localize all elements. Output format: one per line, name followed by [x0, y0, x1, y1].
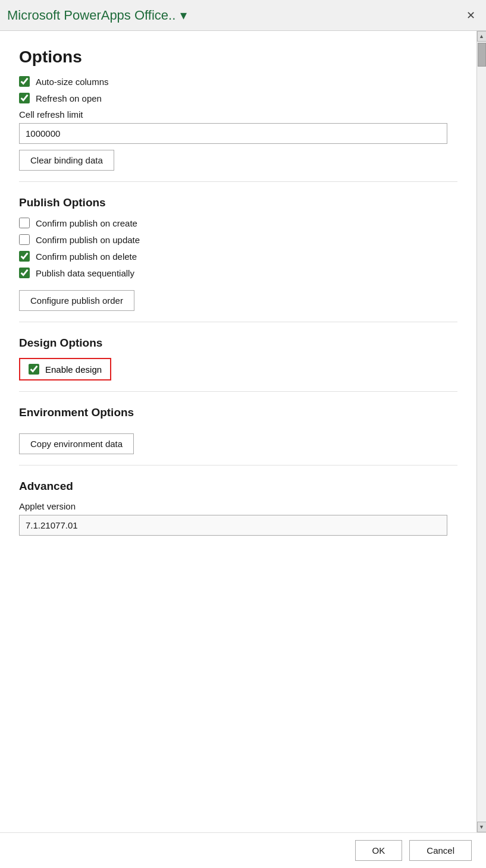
auto-size-columns-label[interactable]: Auto-size columns	[36, 77, 109, 87]
app-title: Microsoft PowerApps Office..	[7, 8, 175, 23]
confirm-on-create-label[interactable]: Confirm publish on create	[36, 218, 137, 228]
applet-version-input[interactable]	[19, 515, 447, 536]
publish-options-title: Publish Options	[19, 196, 457, 209]
confirm-on-create-row: Confirm publish on create	[19, 218, 457, 228]
publish-sequentially-row: Publish data sequentially	[19, 268, 457, 278]
confirm-on-create-checkbox[interactable]	[19, 218, 30, 228]
enable-design-checkbox[interactable]	[29, 364, 39, 375]
confirm-on-update-label[interactable]: Confirm publish on update	[36, 235, 140, 245]
cell-refresh-limit-input[interactable]	[19, 123, 447, 144]
title-bar: Microsoft PowerApps Office.. ▾ ✕	[0, 0, 486, 31]
enable-design-label[interactable]: Enable design	[45, 364, 102, 375]
applet-version-label: Applet version	[19, 501, 457, 511]
scroll-thumb[interactable]	[478, 43, 486, 67]
divider-1	[19, 181, 457, 182]
page-title: Options	[19, 48, 457, 67]
scroll-down-arrow[interactable]: ▼	[477, 822, 487, 832]
auto-size-columns-checkbox[interactable]	[19, 76, 30, 87]
refresh-on-open-checkbox[interactable]	[19, 93, 30, 103]
clear-binding-data-button[interactable]: Clear binding data	[19, 150, 114, 171]
publish-sequentially-label[interactable]: Publish data sequentially	[36, 268, 134, 278]
design-options-title: Design Options	[19, 336, 457, 350]
publish-sequentially-checkbox[interactable]	[19, 268, 30, 278]
confirm-on-update-row: Confirm publish on update	[19, 234, 457, 245]
refresh-on-open-row: Refresh on open	[19, 93, 457, 103]
scroll-up-arrow[interactable]: ▲	[477, 31, 487, 42]
cell-refresh-limit-label: Cell refresh limit	[19, 109, 457, 119]
refresh-on-open-label[interactable]: Refresh on open	[36, 93, 102, 103]
environment-options-title: Environment Options	[19, 406, 457, 419]
scrollbar[interactable]: ▲ ▼	[476, 31, 486, 832]
dropdown-icon[interactable]: ▾	[180, 8, 187, 23]
configure-publish-order-button[interactable]: Configure publish order	[19, 290, 134, 311]
dialog-content: Options Auto-size columns Refresh on ope…	[0, 31, 476, 832]
enable-design-wrapper: Enable design	[19, 358, 111, 380]
close-button[interactable]: ✕	[463, 8, 479, 23]
copy-environment-data-button[interactable]: Copy environment data	[19, 433, 134, 454]
advanced-title: Advanced	[19, 480, 457, 493]
ok-button[interactable]: OK	[355, 840, 403, 861]
confirm-on-delete-checkbox[interactable]	[19, 251, 30, 262]
cancel-button[interactable]: Cancel	[409, 840, 472, 861]
dialog-container: Options Auto-size columns Refresh on ope…	[0, 31, 486, 832]
auto-size-columns-row: Auto-size columns	[19, 76, 457, 87]
confirm-on-delete-row: Confirm publish on delete	[19, 251, 457, 262]
title-bar-text: Microsoft PowerApps Office.. ▾	[7, 8, 187, 23]
divider-3	[19, 391, 457, 392]
confirm-on-update-checkbox[interactable]	[19, 234, 30, 245]
divider-2	[19, 322, 457, 322]
footer-bar: OK Cancel	[0, 832, 486, 868]
confirm-on-delete-label[interactable]: Confirm publish on delete	[36, 251, 137, 262]
divider-4	[19, 465, 457, 466]
